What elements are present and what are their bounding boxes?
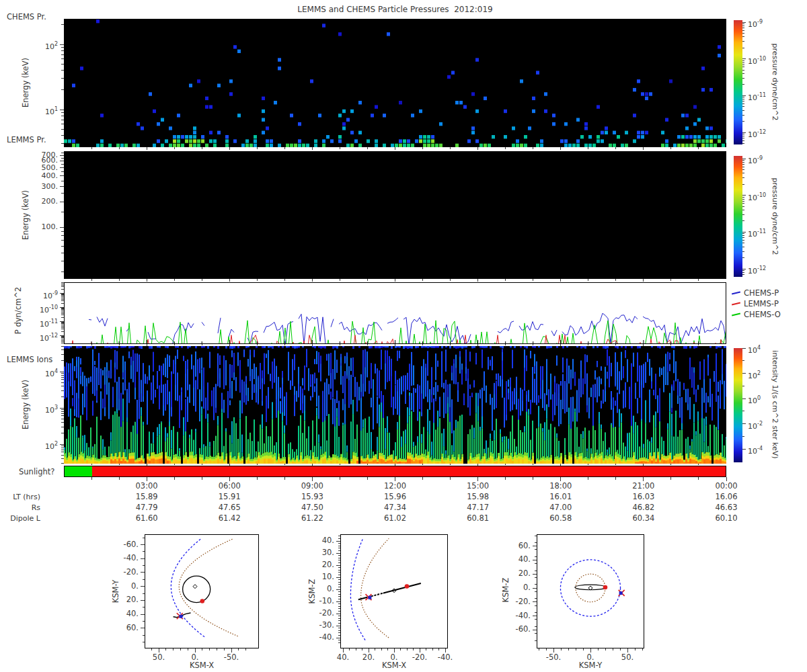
axis-tick — [61, 246, 64, 247]
axis-tick — [61, 337, 64, 337]
axis-tick — [742, 197, 744, 198]
lemms-p-line-swatch — [732, 302, 740, 305]
axis-tick — [174, 477, 175, 480]
axis-tick — [742, 411, 744, 411]
orbit-y-tick-label: -20. — [106, 568, 139, 577]
axis-tick — [60, 408, 64, 409]
axis-tick — [338, 570, 340, 571]
axis-tick — [61, 373, 64, 374]
axis-tick — [338, 565, 340, 566]
axis-tick — [61, 58, 64, 59]
axis-tick — [60, 161, 64, 161]
axis-tick — [61, 143, 64, 144]
colorbar-pressure-top — [734, 20, 742, 144]
panel-label-lemms-pr: LEMMS Pr. — [7, 135, 46, 144]
axis-tick — [61, 354, 64, 355]
axis-tick — [742, 272, 744, 273]
axis-tick — [61, 303, 64, 304]
orbit-y-tick-label: 40. — [302, 536, 334, 545]
ephemeris-value: 47.50 — [292, 503, 332, 512]
axis-tick — [338, 555, 340, 556]
axis-tick — [535, 626, 537, 627]
ephemeris-value: 16.01 — [541, 493, 581, 501]
axis-tick — [61, 458, 64, 459]
axis-tick — [61, 327, 64, 328]
axis-tick — [742, 201, 744, 202]
axis-tick — [61, 415, 64, 416]
legend-item-chems-p: CHEMS-P — [732, 288, 779, 298]
orbit-x-tick-label: -40. — [430, 653, 460, 662]
axis-tick — [742, 78, 744, 79]
axis-tick — [61, 419, 64, 419]
axis-tick — [742, 70, 744, 71]
axis-tick — [643, 279, 644, 282]
axis-tick — [61, 300, 64, 301]
ephemeris-value: 61.42 — [209, 514, 249, 523]
axis-tick — [312, 147, 313, 150]
axis-tick — [338, 626, 340, 626]
axis-tick — [60, 186, 64, 187]
time-tick-label: 09:00 — [292, 482, 332, 491]
axis-tick — [338, 553, 340, 554]
axis-tick — [505, 464, 506, 465]
axis-tick — [627, 648, 628, 650]
axis-tick — [742, 199, 744, 200]
axis-tick — [61, 312, 64, 312]
axis-tick — [284, 344, 285, 345]
axis-tick — [202, 279, 202, 281]
axis-tick — [338, 558, 340, 558]
axis-tick — [477, 464, 478, 466]
axis-tick — [338, 618, 340, 619]
axis-tick — [338, 635, 340, 636]
ephemeris-value: 15.93 — [292, 493, 332, 501]
axis-tick — [742, 270, 744, 271]
axis-tick — [338, 616, 340, 616]
axis-tick — [91, 147, 92, 149]
chems-o-line-swatch — [732, 312, 740, 316]
axis-tick — [61, 422, 64, 423]
axis-tick — [338, 628, 340, 628]
axis-tick — [450, 279, 451, 281]
axis-tick — [400, 648, 401, 650]
axis-tick — [742, 26, 744, 26]
orbit1-canvas — [145, 535, 258, 648]
axis-tick — [588, 279, 588, 281]
axis-tick — [742, 257, 744, 258]
sunlight-label: Sunlight? — [19, 467, 54, 476]
axis-tick — [698, 279, 699, 281]
axis-tick — [438, 648, 439, 650]
orbit2-canvas — [341, 535, 447, 648]
axis-tick — [91, 279, 92, 281]
axis-tick — [395, 464, 395, 466]
axis-tick-label: 103 — [20, 403, 58, 415]
axis-tick — [620, 648, 621, 650]
axis-tick — [338, 587, 340, 587]
axis-tick — [61, 286, 64, 287]
axis-tick — [560, 279, 561, 282]
axis-tick — [338, 548, 340, 548]
axis-tick — [340, 147, 340, 149]
ephemeris-value: 61.60 — [126, 514, 167, 523]
axis-tick — [561, 648, 562, 650]
axis-tick — [257, 477, 258, 480]
axis-tick — [369, 648, 369, 650]
axis-tick — [61, 89, 64, 90]
axis-tick — [312, 464, 313, 466]
axis-tick — [195, 648, 196, 650]
axis-tick — [61, 284, 64, 284]
axis-tick — [61, 289, 64, 290]
axis-tick — [698, 344, 699, 345]
axis-tick — [742, 398, 746, 399]
axis-tick — [742, 184, 744, 185]
axis-tick — [535, 571, 537, 571]
time-tick-label: 21:00 — [623, 482, 664, 491]
axis-tick — [533, 464, 533, 465]
axis-tick — [143, 551, 145, 552]
axis-tick — [742, 110, 744, 111]
chems-spectrogram-canvas — [64, 19, 726, 147]
axis-tick — [505, 147, 506, 149]
orbit-y-tick-label: 60. — [498, 542, 531, 550]
axis-tick — [61, 50, 64, 51]
axis-tick — [61, 446, 64, 446]
axis-tick — [535, 556, 537, 557]
